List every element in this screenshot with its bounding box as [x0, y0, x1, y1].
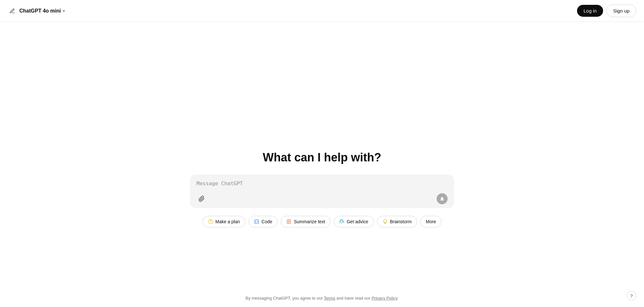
message-box-footer [196, 193, 448, 204]
header-left: ChatGPT 4o mini ▾ [8, 6, 65, 15]
footer-text-before-terms: By messaging ChatGPT, you agree to our [246, 296, 324, 301]
brainstorm-icon [383, 219, 388, 224]
chip-more[interactable]: More [420, 216, 441, 227]
model-selector[interactable]: ChatGPT 4o mini ▾ [19, 8, 65, 14]
chip-label: Make a plan [215, 219, 240, 224]
chip-label: Brainstorm [390, 219, 412, 224]
code-icon [254, 219, 259, 224]
chip-get-advice[interactable]: Get advice [334, 216, 374, 227]
get-advice-icon [339, 219, 345, 224]
summarize-icon [286, 219, 291, 224]
terms-link[interactable]: Terms [324, 296, 335, 301]
chip-code[interactable]: Code [249, 216, 278, 227]
model-name: ChatGPT 4o mini [19, 8, 61, 14]
make-a-plan-icon [208, 219, 213, 224]
header: ChatGPT 4o mini ▾ Log in Sign up [0, 0, 644, 22]
attach-icon[interactable] [196, 194, 207, 204]
chip-label: More [426, 219, 436, 224]
chip-make-a-plan[interactable]: Make a plan [203, 216, 245, 227]
privacy-link[interactable]: Privacy Policy [372, 296, 397, 301]
footer: By messaging ChatGPT, you agree to our T… [0, 289, 644, 307]
footer-text-between: and have read our [335, 296, 372, 301]
send-button[interactable] [437, 193, 448, 204]
chip-label: Summarize text [294, 219, 325, 224]
chip-label: Get advice [347, 219, 368, 224]
chip-brainstorm[interactable]: Brainstorm [377, 216, 417, 227]
message-input[interactable] [196, 180, 448, 189]
help-button[interactable]: ? [627, 291, 636, 301]
chip-label: Code [261, 219, 272, 224]
chip-summarize-text[interactable]: Summarize text [281, 216, 330, 227]
main-content: What can I help with? [0, 0, 644, 307]
action-chips: Make a plan Code [203, 216, 442, 227]
edit-icon[interactable] [8, 6, 17, 15]
page-title: What can I help with? [263, 151, 381, 164]
footer-text-after: . [397, 296, 399, 301]
signup-button[interactable]: Sign up [606, 5, 636, 17]
message-box [190, 175, 454, 208]
header-right: Log in Sign up [577, 5, 636, 17]
chevron-down-icon: ▾ [63, 9, 65, 13]
login-button[interactable]: Log in [577, 5, 603, 17]
